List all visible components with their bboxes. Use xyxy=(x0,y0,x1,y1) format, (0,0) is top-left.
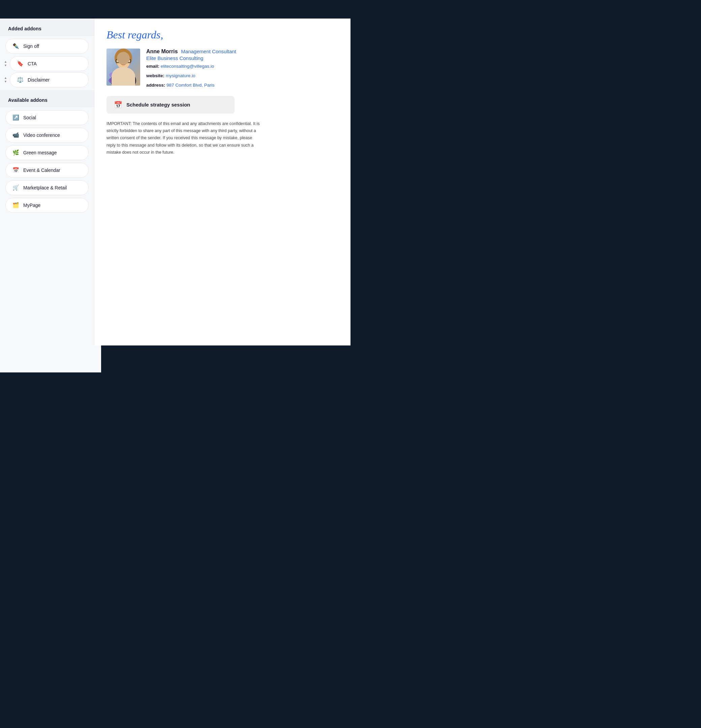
svg-point-2 xyxy=(117,54,130,69)
svg-point-1 xyxy=(114,49,132,67)
disclaimer-arrow-down[interactable]: ▼ xyxy=(4,80,7,84)
email-link[interactable]: eliteconsalting@villegas.io xyxy=(161,64,214,69)
left-bottom xyxy=(0,345,101,373)
avatar xyxy=(107,49,140,85)
marketplace-retail-icon: 🛒 xyxy=(13,185,19,191)
sig-title: Management Consultant xyxy=(181,49,236,54)
addon-green-message[interactable]: 🌿 Green message xyxy=(6,145,89,160)
address-value: 987 Comfort Blvd, Paris xyxy=(166,82,215,88)
addon-video-conference[interactable]: 📹 Video conference xyxy=(6,128,89,143)
sig-website-row: website: mysignature.io xyxy=(146,72,338,80)
addon-cta-row: ▲ ▼ 🔖 CTA xyxy=(0,56,94,71)
bottom-section xyxy=(0,345,351,373)
addon-disclaimer-row: ▲ ▼ ⚖️ Disclaimer xyxy=(0,72,94,87)
cta-arrow-up[interactable]: ▲ xyxy=(4,60,7,64)
sig-name: Anne Morris xyxy=(146,49,178,54)
sig-email-row: email: eliteconsalting@villegas.io xyxy=(146,63,338,71)
added-addons-header: Added addons xyxy=(0,19,94,36)
addon-cta[interactable]: 🔖 CTA xyxy=(10,56,89,71)
mypage-icon: 🗂️ xyxy=(13,202,19,208)
svg-point-9 xyxy=(109,72,116,77)
addon-mypage[interactable]: 🗂️ MyPage xyxy=(6,198,89,213)
right-panel: Best regards, xyxy=(94,19,351,345)
available-addons-section: Available addons ↗️ Social 📹 Video confe… xyxy=(0,90,94,213)
disclaimer-arrows[interactable]: ▲ ▼ xyxy=(0,77,9,84)
cta-arrows[interactable]: ▲ ▼ xyxy=(0,60,9,67)
left-panel: Added addons ✒️ Sign off ▲ ▼ 🔖 CTA ▲ ▼ xyxy=(0,19,94,345)
signature-block: Anne Morris Management Consultant Elite … xyxy=(107,49,338,89)
website-link[interactable]: mysignature.io xyxy=(166,73,195,78)
cta-button[interactable]: 📅 Schedule strategy session xyxy=(107,96,234,114)
social-icon: ↗️ xyxy=(13,115,19,120)
cta-icon: 🔖 xyxy=(17,61,24,66)
video-conference-icon: 📹 xyxy=(13,133,19,138)
event-calendar-label: Event & Calendar xyxy=(23,168,60,173)
green-message-icon: 🌿 xyxy=(13,150,19,155)
cta-calendar-icon: 📅 xyxy=(114,101,122,109)
sign-off-label: Sign off xyxy=(23,43,39,49)
top-bar xyxy=(0,0,351,19)
sig-company: Elite Business Consulting xyxy=(146,55,338,61)
svg-point-8 xyxy=(108,78,117,83)
addon-marketplace-retail[interactable]: 🛒 Marketplace & Retail xyxy=(6,180,89,195)
addon-social[interactable]: ↗️ Social xyxy=(6,110,89,125)
greeting-text: Best regards, xyxy=(107,29,338,41)
cta-arrow-down[interactable]: ▼ xyxy=(4,64,7,67)
svg-rect-7 xyxy=(118,74,129,85)
website-label: website: xyxy=(146,73,165,78)
mypage-label: MyPage xyxy=(23,202,40,208)
sig-address-row: address: 987 Comfort Blvd, Paris xyxy=(146,82,338,89)
addon-event-calendar[interactable]: 📅 Event & Calendar xyxy=(6,163,89,178)
marketplace-retail-label: Marketplace & Retail xyxy=(23,185,67,191)
disclaimer-text: IMPORTANT: The contents of this email an… xyxy=(107,120,262,156)
cta-label: CTA xyxy=(27,61,37,66)
svg-point-6 xyxy=(111,71,136,85)
right-bottom-dark xyxy=(101,345,351,373)
disclaimer-icon: ⚖️ xyxy=(17,77,24,82)
sign-off-icon: ✒️ xyxy=(13,43,19,49)
video-conference-label: Video conference xyxy=(23,133,60,138)
available-addons-header: Available addons xyxy=(0,90,94,107)
address-label: address: xyxy=(146,82,165,88)
social-label: Social xyxy=(23,115,36,120)
disclaimer-arrow-up[interactable]: ▲ xyxy=(4,77,7,80)
bottom-bar xyxy=(0,373,351,399)
addon-disclaimer[interactable]: ⚖️ Disclaimer xyxy=(10,72,89,87)
email-label: email: xyxy=(146,64,159,69)
cta-button-label: Schedule strategy session xyxy=(126,102,190,107)
signature-info: Anne Morris Management Consultant Elite … xyxy=(146,49,338,89)
event-calendar-icon: 📅 xyxy=(13,168,19,173)
addon-sign-off[interactable]: ✒️ Sign off xyxy=(6,39,89,53)
green-message-label: Green message xyxy=(23,150,57,155)
disclaimer-label: Disclaimer xyxy=(27,77,49,82)
